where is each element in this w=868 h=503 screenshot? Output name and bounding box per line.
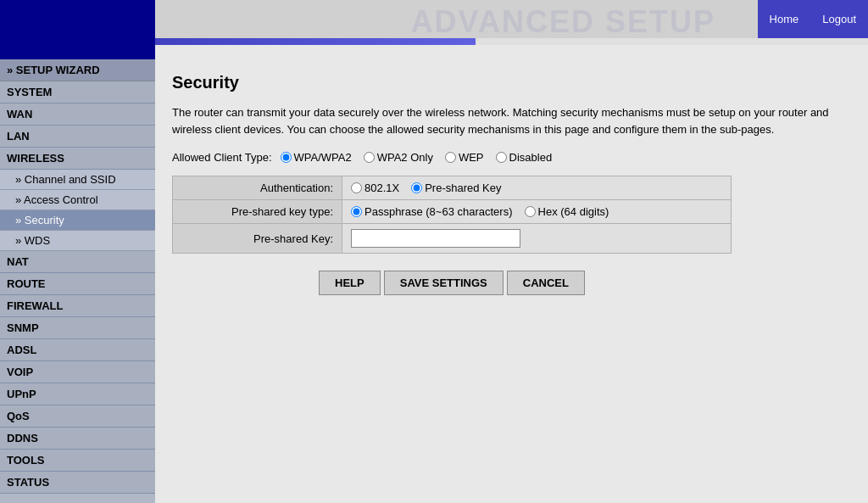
psk-label: Pre-shared Key:	[173, 224, 342, 254]
allowed-client-row: Allowed Client Type: WPA/WPA2 WPA2 Only …	[172, 151, 851, 164]
sidebar-item-setup-wizard[interactable]: » SETUP WIZARD	[0, 59, 155, 81]
sidebar-item-adsl[interactable]: ADSL	[0, 339, 155, 361]
sidebar-item-nat[interactable]: NAT	[0, 251, 155, 273]
sidebar-item-upnp[interactable]: UPnP	[0, 383, 155, 405]
radio-wpa-wpa2-input[interactable]	[281, 152, 292, 163]
save-settings-button[interactable]: SAVE SETTINGS	[384, 271, 504, 295]
sidebar-item-channel-ssid[interactable]: » Channel and SSID	[0, 170, 155, 190]
progress-bar-area	[155, 38, 868, 45]
radio-wpa-wpa2-label: WPA/WPA2	[294, 151, 352, 164]
main-content: Security The router can transmit your da…	[155, 59, 868, 503]
sidebar-item-ddns[interactable]: DDNS	[0, 428, 155, 450]
passphrase-label: Passphrase (8~63 characters)	[364, 205, 513, 218]
radio-wpa2-only-input[interactable]	[364, 152, 375, 163]
sidebar-item-qos[interactable]: QoS	[0, 405, 155, 428]
header-right: ADVANCED SETUP Home Logout	[155, 0, 868, 38]
sidebar-item-route[interactable]: ROUTE	[0, 273, 155, 295]
home-button[interactable]: Home	[758, 0, 811, 38]
radio-wep[interactable]: WEP	[445, 151, 484, 164]
radio-disabled-input[interactable]	[496, 152, 507, 163]
allowed-client-label: Allowed Client Type:	[172, 151, 272, 164]
sidebar-item-voip[interactable]: VOIP	[0, 361, 155, 383]
header: ADVANCED SETUP Home Logout	[0, 0, 868, 59]
psk-input[interactable]	[351, 229, 520, 248]
auth-psk-input[interactable]	[411, 182, 422, 193]
psk-row: Pre-shared Key:	[173, 224, 732, 254]
psk-type-value-cell: Passphrase (8~63 characters) Hex (64 dig…	[342, 200, 732, 224]
sidebar-item-security[interactable]: » Security	[0, 210, 155, 231]
page-title: Security	[172, 73, 851, 92]
settings-table: Authentication: 802.1X Pre-shared Key	[172, 176, 732, 254]
auth-radio-group: 802.1X Pre-shared Key	[351, 182, 722, 194]
logout-button[interactable]: Logout	[810, 0, 868, 38]
auth-row: Authentication: 802.1X Pre-shared Key	[173, 176, 732, 200]
sidebar-item-status[interactable]: STATUS	[0, 472, 155, 494]
hex-option[interactable]: Hex (64 digits)	[525, 205, 609, 218]
radio-wep-input[interactable]	[445, 152, 456, 163]
passphrase-option[interactable]: Passphrase (8~63 characters)	[351, 205, 513, 218]
auth-psk-option[interactable]: Pre-shared Key	[411, 182, 501, 194]
cancel-button[interactable]: CANCEL	[507, 271, 585, 295]
sidebar-item-access-control[interactable]: » Access Control	[0, 190, 155, 210]
sidebar-item-wds[interactable]: » WDS	[0, 231, 155, 251]
sidebar: » SETUP WIZARD SYSTEM WAN LAN WIRELESS »…	[0, 59, 155, 503]
radio-wep-label: WEP	[459, 151, 484, 164]
auth-psk-label: Pre-shared Key	[425, 182, 501, 194]
sidebar-item-snmp[interactable]: SNMP	[0, 317, 155, 339]
client-type-radio-group: WPA/WPA2 WPA2 Only WEP Disabled	[281, 151, 553, 164]
auth-8021x-label: 802.1X	[364, 182, 399, 194]
auth-8021x-input[interactable]	[351, 182, 362, 193]
radio-wpa2-only-label: WPA2 Only	[377, 151, 433, 164]
nav-bar: Home Logout	[758, 0, 868, 38]
logo-area	[0, 0, 155, 59]
hex-input[interactable]	[525, 206, 536, 217]
auth-8021x-option[interactable]: 802.1X	[351, 182, 399, 194]
radio-wpa-wpa2[interactable]: WPA/WPA2	[281, 151, 352, 164]
hex-label: Hex (64 digits)	[538, 205, 609, 218]
auth-label: Authentication:	[173, 176, 342, 200]
psk-type-radio-group: Passphrase (8~63 characters) Hex (64 dig…	[351, 205, 722, 218]
sidebar-item-system[interactable]: SYSTEM	[0, 81, 155, 103]
advanced-setup-title: ADVANCED SETUP	[411, 4, 715, 40]
sidebar-item-wireless[interactable]: WIRELESS	[0, 148, 155, 170]
passphrase-input[interactable]	[351, 206, 362, 217]
radio-wpa2-only[interactable]: WPA2 Only	[364, 151, 433, 164]
description: The router can transmit your data secure…	[172, 104, 851, 137]
psk-value-cell	[342, 224, 732, 254]
radio-disabled[interactable]: Disabled	[496, 151, 553, 164]
psk-type-label: Pre-shared key type:	[173, 200, 342, 224]
layout: » SETUP WIZARD SYSTEM WAN LAN WIRELESS »…	[0, 59, 868, 503]
sidebar-item-lan[interactable]: LAN	[0, 126, 155, 148]
help-button[interactable]: HELP	[319, 271, 381, 295]
header-bottom	[155, 45, 868, 59]
sidebar-item-wan[interactable]: WAN	[0, 103, 155, 126]
psk-type-row: Pre-shared key type: Passphrase (8~63 ch…	[173, 200, 732, 224]
button-row: HELP SAVE SETTINGS CANCEL	[172, 271, 732, 295]
sidebar-item-firewall[interactable]: FIREWALL	[0, 295, 155, 317]
auth-value-cell: 802.1X Pre-shared Key	[342, 176, 732, 200]
radio-disabled-label: Disabled	[509, 151, 553, 164]
progress-bar	[155, 38, 476, 45]
form-area: Allowed Client Type: WPA/WPA2 WPA2 Only …	[172, 151, 851, 295]
sidebar-item-tools[interactable]: TOOLS	[0, 450, 155, 472]
